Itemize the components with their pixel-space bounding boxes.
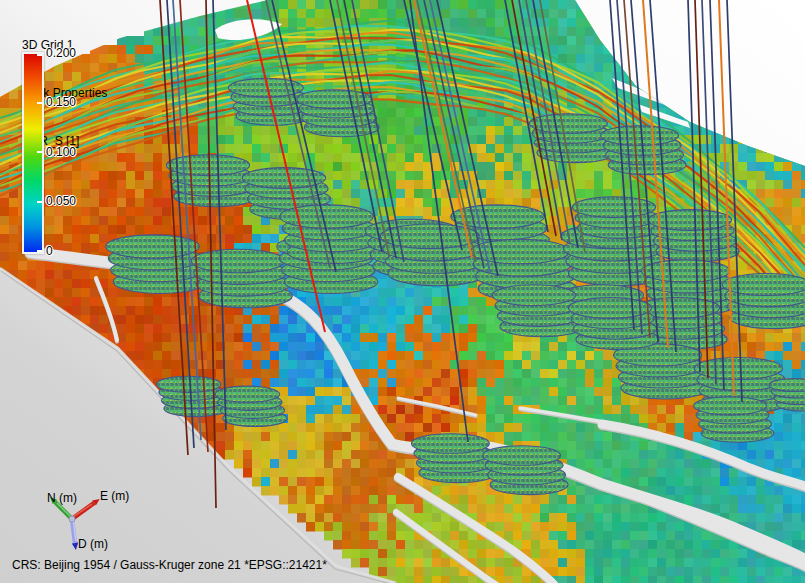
colorbar-tick: [37, 151, 42, 153]
petrel-3d-window: 3D Grid 1 Rock Properties POR_S [1] 0.20…: [0, 0, 805, 583]
colorbar-tick: [37, 201, 42, 203]
crs-status-text: CRS: Beijing 1954 / Gauss-Kruger zone 21…: [12, 557, 327, 573]
colorbar-label: 0.050: [46, 193, 76, 209]
axis-label-down: D (m): [78, 536, 108, 552]
colorbar-tick: [37, 102, 42, 104]
colorbar-label: 0.150: [46, 94, 76, 110]
colorbar-label-max: 0.200: [46, 45, 76, 61]
colorbar-label: 0.100: [46, 144, 76, 160]
axis-label-north: N (m): [47, 490, 77, 506]
axis-label-east: E (m): [100, 488, 129, 504]
colorbar-tick: [37, 250, 42, 252]
colorbar-tick: [37, 54, 42, 56]
colorbar-label-min: 0: [46, 243, 53, 259]
colorbar: [22, 52, 44, 254]
